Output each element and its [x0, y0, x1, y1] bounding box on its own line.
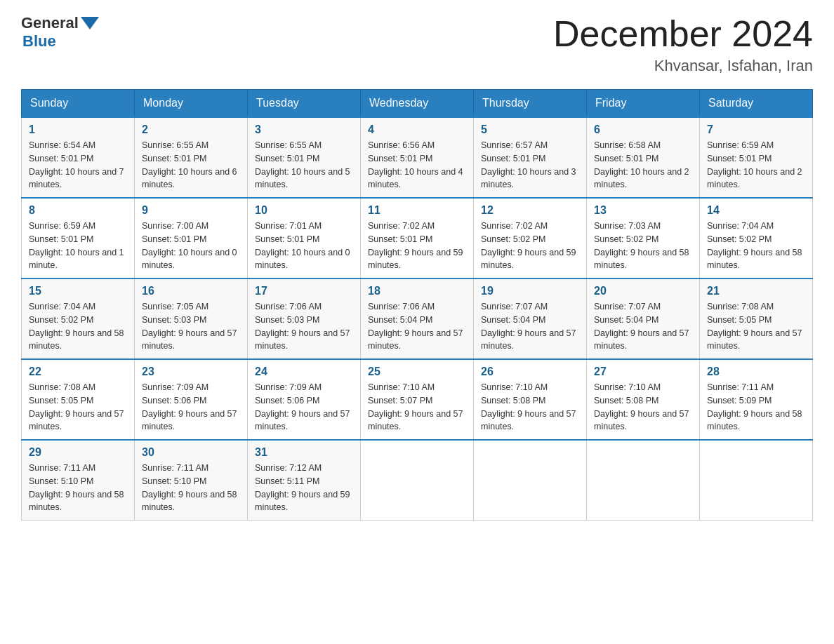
calendar-week-4: 22 Sunrise: 7:08 AMSunset: 5:05 PMDaylig… [22, 359, 813, 440]
day-info: Sunrise: 6:59 AMSunset: 5:01 PMDaylight:… [29, 221, 124, 270]
day-info: Sunrise: 6:56 AMSunset: 5:01 PMDaylight:… [368, 140, 463, 189]
day-number: 28 [707, 365, 805, 378]
day-number: 4 [368, 123, 466, 136]
title-section: December 2024 Khvansar, Isfahan, Iran [553, 14, 813, 75]
day-number: 21 [707, 285, 805, 297]
table-row: 22 Sunrise: 7:08 AMSunset: 5:05 PMDaylig… [22, 359, 135, 440]
day-info: Sunrise: 7:10 AMSunset: 5:08 PMDaylight:… [594, 382, 689, 431]
day-number: 6 [594, 123, 692, 136]
calendar-table: Sunday Monday Tuesday Wednesday Thursday… [21, 89, 813, 521]
day-number: 17 [255, 285, 353, 297]
day-number: 1 [29, 123, 127, 136]
day-info: Sunrise: 7:07 AMSunset: 5:04 PMDaylight:… [594, 302, 689, 351]
table-row: 24 Sunrise: 7:09 AMSunset: 5:06 PMDaylig… [248, 359, 361, 440]
calendar-header-row: Sunday Monday Tuesday Wednesday Thursday… [22, 90, 813, 118]
table-row: 18 Sunrise: 7:06 AMSunset: 5:04 PMDaylig… [361, 279, 474, 359]
day-info: Sunrise: 7:12 AMSunset: 5:11 PMDaylight:… [255, 463, 350, 512]
day-info: Sunrise: 6:54 AMSunset: 5:01 PMDaylight:… [29, 140, 124, 189]
day-info: Sunrise: 7:01 AMSunset: 5:01 PMDaylight:… [255, 221, 350, 270]
table-row [587, 440, 700, 521]
day-info: Sunrise: 6:57 AMSunset: 5:01 PMDaylight:… [481, 140, 576, 189]
table-row: 12 Sunrise: 7:02 AMSunset: 5:02 PMDaylig… [474, 198, 587, 279]
day-number: 30 [142, 446, 240, 459]
day-number: 23 [142, 365, 240, 378]
table-row: 6 Sunrise: 6:58 AMSunset: 5:01 PMDayligh… [587, 117, 700, 198]
table-row: 1 Sunrise: 6:54 AMSunset: 5:01 PMDayligh… [22, 117, 135, 198]
table-row: 10 Sunrise: 7:01 AMSunset: 5:01 PMDaylig… [248, 198, 361, 279]
calendar-week-1: 1 Sunrise: 6:54 AMSunset: 5:01 PMDayligh… [22, 117, 813, 198]
day-number: 22 [29, 365, 127, 378]
table-row: 17 Sunrise: 7:06 AMSunset: 5:03 PMDaylig… [248, 279, 361, 359]
day-info: Sunrise: 7:02 AMSunset: 5:02 PMDaylight:… [481, 221, 576, 270]
day-number: 26 [481, 365, 579, 378]
table-row: 8 Sunrise: 6:59 AMSunset: 5:01 PMDayligh… [22, 198, 135, 279]
day-info: Sunrise: 7:05 AMSunset: 5:03 PMDaylight:… [142, 302, 237, 351]
col-thursday: Thursday [474, 90, 587, 118]
day-number: 11 [368, 204, 466, 217]
table-row: 11 Sunrise: 7:02 AMSunset: 5:01 PMDaylig… [361, 198, 474, 279]
calendar-week-2: 8 Sunrise: 6:59 AMSunset: 5:01 PMDayligh… [22, 198, 813, 279]
page-header: General Blue December 2024 Khvansar, Isf… [21, 14, 813, 75]
day-info: Sunrise: 7:04 AMSunset: 5:02 PMDaylight:… [707, 221, 802, 270]
table-row: 7 Sunrise: 6:59 AMSunset: 5:01 PMDayligh… [700, 117, 813, 198]
logo-general-text: General [21, 14, 79, 32]
location-subtitle: Khvansar, Isfahan, Iran [553, 57, 813, 75]
calendar-week-3: 15 Sunrise: 7:04 AMSunset: 5:02 PMDaylig… [22, 279, 813, 359]
day-info: Sunrise: 7:11 AMSunset: 5:09 PMDaylight:… [707, 382, 802, 431]
table-row: 28 Sunrise: 7:11 AMSunset: 5:09 PMDaylig… [700, 359, 813, 440]
day-info: Sunrise: 7:09 AMSunset: 5:06 PMDaylight:… [255, 382, 350, 431]
col-saturday: Saturday [700, 90, 813, 118]
calendar-week-5: 29 Sunrise: 7:11 AMSunset: 5:10 PMDaylig… [22, 440, 813, 521]
table-row: 23 Sunrise: 7:09 AMSunset: 5:06 PMDaylig… [135, 359, 248, 440]
day-number: 27 [594, 365, 692, 378]
table-row: 25 Sunrise: 7:10 AMSunset: 5:07 PMDaylig… [361, 359, 474, 440]
col-monday: Monday [135, 90, 248, 118]
table-row: 19 Sunrise: 7:07 AMSunset: 5:04 PMDaylig… [474, 279, 587, 359]
table-row [700, 440, 813, 521]
table-row: 5 Sunrise: 6:57 AMSunset: 5:01 PMDayligh… [474, 117, 587, 198]
table-row: 26 Sunrise: 7:10 AMSunset: 5:08 PMDaylig… [474, 359, 587, 440]
table-row: 21 Sunrise: 7:08 AMSunset: 5:05 PMDaylig… [700, 279, 813, 359]
logo-triangle-icon [81, 14, 99, 32]
svg-marker-0 [81, 17, 99, 29]
col-tuesday: Tuesday [248, 90, 361, 118]
table-row: 31 Sunrise: 7:12 AMSunset: 5:11 PMDaylig… [248, 440, 361, 521]
day-info: Sunrise: 7:10 AMSunset: 5:08 PMDaylight:… [481, 382, 576, 431]
day-info: Sunrise: 7:03 AMSunset: 5:02 PMDaylight:… [594, 221, 689, 270]
table-row [474, 440, 587, 521]
day-info: Sunrise: 6:58 AMSunset: 5:01 PMDaylight:… [594, 140, 689, 189]
table-row: 4 Sunrise: 6:56 AMSunset: 5:01 PMDayligh… [361, 117, 474, 198]
table-row [361, 440, 474, 521]
day-number: 20 [594, 285, 692, 297]
day-info: Sunrise: 7:07 AMSunset: 5:04 PMDaylight:… [481, 302, 576, 351]
day-info: Sunrise: 7:08 AMSunset: 5:05 PMDaylight:… [29, 382, 124, 431]
day-number: 29 [29, 446, 127, 459]
col-wednesday: Wednesday [361, 90, 474, 118]
day-number: 31 [255, 446, 353, 459]
table-row: 20 Sunrise: 7:07 AMSunset: 5:04 PMDaylig… [587, 279, 700, 359]
table-row: 30 Sunrise: 7:11 AMSunset: 5:10 PMDaylig… [135, 440, 248, 521]
day-number: 19 [481, 285, 579, 297]
day-number: 18 [368, 285, 466, 297]
day-number: 24 [255, 365, 353, 378]
logo: General Blue [21, 14, 99, 51]
month-title: December 2024 [553, 14, 813, 54]
day-info: Sunrise: 7:10 AMSunset: 5:07 PMDaylight:… [368, 382, 463, 431]
day-number: 2 [142, 123, 240, 136]
day-number: 14 [707, 204, 805, 217]
table-row: 9 Sunrise: 7:00 AMSunset: 5:01 PMDayligh… [135, 198, 248, 279]
table-row: 27 Sunrise: 7:10 AMSunset: 5:08 PMDaylig… [587, 359, 700, 440]
table-row: 2 Sunrise: 6:55 AMSunset: 5:01 PMDayligh… [135, 117, 248, 198]
day-info: Sunrise: 7:00 AMSunset: 5:01 PMDaylight:… [142, 221, 237, 270]
day-info: Sunrise: 7:06 AMSunset: 5:04 PMDaylight:… [368, 302, 463, 351]
day-info: Sunrise: 7:08 AMSunset: 5:05 PMDaylight:… [707, 302, 802, 351]
day-number: 7 [707, 123, 805, 136]
day-number: 12 [481, 204, 579, 217]
day-info: Sunrise: 7:04 AMSunset: 5:02 PMDaylight:… [29, 302, 124, 351]
day-info: Sunrise: 7:11 AMSunset: 5:10 PMDaylight:… [142, 463, 237, 512]
day-number: 10 [255, 204, 353, 217]
day-number: 16 [142, 285, 240, 297]
day-info: Sunrise: 7:11 AMSunset: 5:10 PMDaylight:… [29, 463, 124, 512]
day-info: Sunrise: 6:59 AMSunset: 5:01 PMDaylight:… [707, 140, 802, 189]
day-info: Sunrise: 7:09 AMSunset: 5:06 PMDaylight:… [142, 382, 237, 431]
